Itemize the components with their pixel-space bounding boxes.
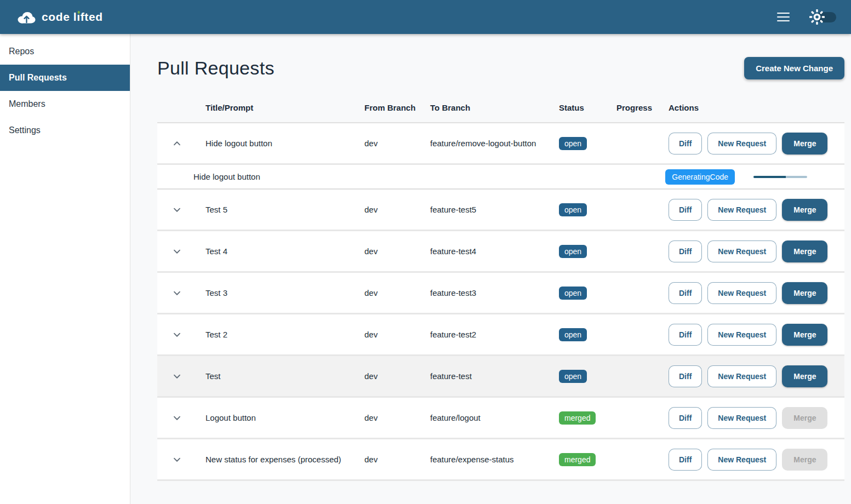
chevron-down-icon (171, 287, 183, 299)
pr-from-branch: dev (356, 413, 421, 422)
pr-table-body: Hide logout button dev feature/remove-lo… (157, 123, 844, 481)
pr-to-branch: feature/remove-logout-button (421, 139, 550, 148)
diff-button[interactable]: Diff (669, 449, 702, 471)
table-row: Hide logout button dev feature/remove-lo… (157, 123, 844, 165)
new-request-button[interactable]: New Request (707, 199, 776, 221)
column-header-to-branch: To Branch (421, 103, 550, 112)
pr-from-branch: dev (356, 205, 421, 214)
chevron-down-icon (171, 370, 183, 382)
main-content: Pull Requests Create New Change Title/Pr… (130, 34, 851, 504)
pr-title: Logout button (197, 413, 356, 422)
expand-row-button[interactable] (169, 202, 185, 218)
table-row: New status for expenses (processed) dev … (157, 439, 844, 481)
status-badge: open (559, 328, 587, 341)
app-logo: code lıfted (16, 10, 103, 24)
status-badge: open (559, 203, 587, 216)
new-request-button[interactable]: New Request (707, 133, 776, 154)
menu-button[interactable] (776, 9, 791, 25)
diff-button[interactable]: Diff (669, 324, 702, 346)
merge-button[interactable]: Merge (782, 133, 827, 154)
table-row: Logout button dev feature/logout merged … (157, 398, 844, 439)
pr-title: Test 4 (197, 247, 356, 256)
chevron-up-icon (171, 138, 183, 150)
column-header-from-branch: From Branch (356, 103, 421, 112)
merge-button: Merge (782, 449, 827, 471)
new-request-button[interactable]: New Request (707, 407, 776, 429)
pr-detail-row: Hide logout button GeneratingCode (157, 165, 844, 190)
table-row: Test 5 dev feature-test5 open Diff New R… (157, 190, 844, 231)
pr-from-branch: dev (356, 330, 421, 339)
sidebar-item-repos[interactable]: Repos (0, 38, 130, 65)
expand-row-button[interactable] (169, 135, 185, 152)
pr-detail-prompt: Hide logout button (193, 172, 260, 181)
expand-row-button[interactable] (169, 410, 185, 426)
pr-title: Test 2 (197, 330, 356, 339)
merge-button[interactable]: Merge (782, 282, 827, 304)
expand-row-button[interactable] (169, 243, 185, 260)
diff-button[interactable]: Diff (669, 133, 702, 154)
dark-mode-toggle[interactable] (809, 9, 837, 25)
diff-button[interactable]: Diff (669, 282, 702, 304)
pr-to-branch: feature-test (421, 371, 550, 381)
logo-green-dot-i: ı (77, 10, 80, 24)
pr-title: Test 3 (197, 288, 356, 297)
diff-button[interactable]: Diff (669, 365, 702, 387)
merge-button[interactable]: Merge (782, 324, 827, 346)
new-request-button[interactable]: New Request (707, 365, 776, 387)
create-new-change-button[interactable]: Create New Change (744, 57, 844, 79)
page-title: Pull Requests (157, 58, 275, 79)
column-header-actions: Actions (660, 103, 844, 112)
new-request-button[interactable]: New Request (707, 282, 776, 304)
brightness-icon (809, 9, 825, 25)
pr-to-branch: feature/expense-status (421, 455, 550, 464)
new-request-button[interactable]: New Request (707, 240, 776, 262)
table-row: Test 3 dev feature-test3 open Diff New R… (157, 273, 844, 314)
column-header-title: Title/Prompt (197, 103, 356, 112)
pr-title: Test (197, 371, 356, 381)
sidebar-item-members[interactable]: Members (0, 91, 130, 117)
diff-button[interactable]: Diff (669, 240, 702, 262)
sidebar-item-pull-requests[interactable]: Pull Requests (0, 65, 130, 91)
new-request-button[interactable]: New Request (707, 449, 776, 471)
status-badge: open (559, 137, 587, 150)
chevron-down-icon (171, 412, 183, 424)
pr-from-branch: dev (356, 247, 421, 256)
merge-button[interactable]: Merge (782, 365, 827, 387)
expand-row-button[interactable] (169, 285, 185, 301)
column-header-status: Status (550, 103, 608, 112)
merge-button[interactable]: Merge (782, 240, 827, 262)
table-row: Test 4 dev feature-test4 open Diff New R… (157, 231, 844, 273)
table-row: Test 2 dev feature-test2 open Diff New R… (157, 314, 844, 356)
status-badge: merged (559, 453, 596, 466)
pr-from-branch: dev (356, 139, 421, 148)
diff-button[interactable]: Diff (669, 407, 702, 429)
pr-to-branch: feature-test2 (421, 330, 550, 339)
status-badge: merged (559, 411, 596, 425)
pr-from-branch: dev (356, 455, 421, 464)
chevron-down-icon (171, 454, 183, 466)
app-header: code lıfted (0, 0, 851, 34)
pr-title: Test 5 (197, 205, 356, 214)
column-header-progress: Progress (608, 103, 660, 112)
pr-from-branch: dev (356, 371, 421, 381)
cloud-upload-icon (16, 10, 36, 24)
pr-title: Hide logout button (197, 139, 356, 148)
pr-to-branch: feature/logout (421, 413, 550, 422)
sidebar: ReposPull RequestsMembersSettings (0, 34, 130, 504)
pr-title: New status for expenses (processed) (197, 455, 356, 464)
merge-button: Merge (782, 407, 827, 429)
expand-row-button[interactable] (169, 451, 185, 468)
generation-stage-badge: GeneratingCode (665, 169, 735, 185)
expand-row-button[interactable] (169, 327, 185, 343)
pr-to-branch: feature-test3 (421, 288, 550, 297)
status-badge: open (559, 287, 587, 300)
generation-progress-bar (753, 176, 807, 178)
chevron-down-icon (171, 204, 183, 216)
sidebar-item-settings[interactable]: Settings (0, 117, 130, 144)
status-badge: open (559, 370, 587, 383)
merge-button[interactable]: Merge (782, 199, 827, 221)
diff-button[interactable]: Diff (669, 199, 702, 221)
hamburger-icon (777, 13, 790, 14)
new-request-button[interactable]: New Request (707, 324, 776, 346)
expand-row-button[interactable] (169, 368, 185, 385)
